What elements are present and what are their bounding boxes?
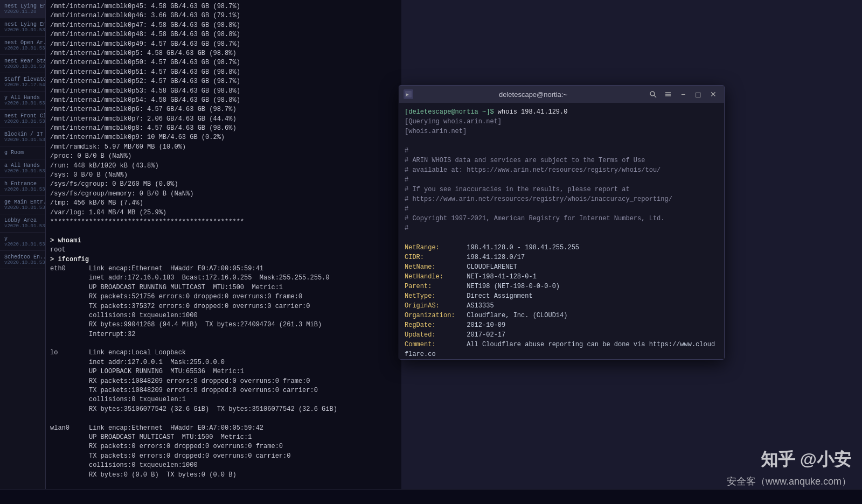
float-terminal-titlebar: ▶ deletescape@nortia:~ − ◻ ✕	[399, 86, 724, 103]
svg-point-2	[650, 92, 655, 96]
float-terminal-title: deletescape@nortia:~	[420, 90, 646, 99]
sidebar-item-3[interactable]: nest Open Ar... v2020.10.01.53	[0, 37, 45, 55]
sidebar-item-14[interactable]: y v2020.10.01.53	[0, 233, 45, 251]
search-button[interactable]	[646, 88, 659, 100]
sidebar-item-15[interactable]: Schedtoo En... v2020.10.01.53	[0, 251, 45, 269]
sidebar-item-13[interactable]: Lobby Area v2020.10.01.53	[0, 214, 45, 233]
sidebar-item-4[interactable]: nest Rear Stai... v2020.10.01.53	[0, 55, 45, 73]
watermark-sub: 安全客（www.anquke.com）	[727, 475, 851, 488]
sidebar-item-10[interactable]: a All Hands v2020.10.01.53	[0, 159, 45, 178]
float-terminal: ▶ deletescape@nortia:~ − ◻ ✕	[399, 85, 725, 360]
terminal-output: /mnt/internal/mmcblk0p45: 4.58 GB/4.63 G…	[46, 0, 401, 504]
float-terminal-body: [deletescape@nortia ~]$ whois 198.41.129…	[399, 103, 724, 359]
sidebar: nest Lying En... v2020.11.28 nest Lying …	[0, 0, 46, 504]
bottom-bar	[0, 489, 862, 504]
sidebar-item-11[interactable]: h Entrance v2020.10.01.53	[0, 178, 45, 196]
watermark-main: 知乎 @小安	[761, 448, 851, 472]
titlebar-controls: − ◻ ✕	[646, 88, 720, 100]
sidebar-item-7[interactable]: nest Front Clos... v2020.10.01.53	[0, 110, 45, 128]
sidebar-item-2[interactable]: nest Lying En... v2020.10.01.53	[0, 18, 45, 37]
sidebar-item-1[interactable]: nest Lying En... v2020.11.28	[0, 0, 45, 18]
sidebar-item-8[interactable]: Blockin / IT R... v2020.10.01.53	[0, 128, 45, 146]
main-terminal: /mnt/internal/mmcblk0p45: 4.58 GB/4.63 G…	[46, 0, 401, 504]
sidebar-item-9[interactable]: g Room	[0, 146, 45, 159]
close-button[interactable]: ✕	[707, 88, 720, 100]
svg-line-3	[654, 95, 656, 97]
maximize-button[interactable]: ◻	[692, 88, 705, 100]
menu-button[interactable]	[662, 88, 675, 100]
sidebar-item-5[interactable]: Staff Elevator ... v2020.12.17.542	[0, 73, 45, 92]
sidebar-item-6[interactable]: y All Hands v2020.10.01.53	[0, 92, 45, 110]
terminal-icon: ▶	[404, 89, 413, 99]
svg-text:▶: ▶	[406, 92, 409, 97]
sidebar-item-12[interactable]: ge Main Entr... v2020.10.01.53	[0, 196, 45, 214]
minimize-button[interactable]: −	[677, 88, 690, 100]
float-terminal-content: [deletescape@nortia ~]$ whois 198.41.129…	[405, 107, 719, 359]
